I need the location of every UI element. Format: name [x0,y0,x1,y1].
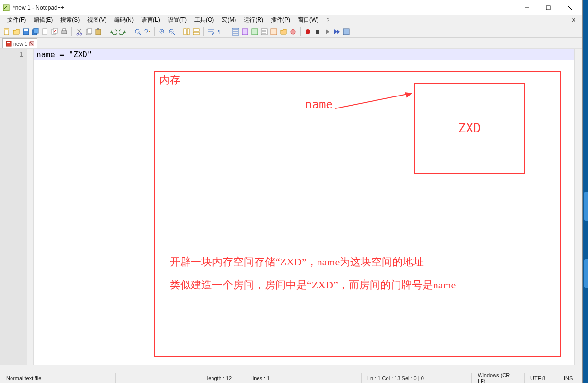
tab-new-1[interactable]: new 1 [2,38,37,48]
toolbar-separator [106,27,106,36]
code-editor[interactable]: name = "ZXD" 内存 name ZXD 开辟一块内存空间存储“ZXD”… [34,49,574,365]
new-file-icon[interactable] [2,27,11,36]
svg-line-39 [335,93,412,108]
status-mode: INS [558,373,582,383]
close-button[interactable] [559,1,580,14]
sync-v-icon[interactable] [182,27,191,36]
svg-rect-11 [62,31,67,34]
svg-rect-36 [343,29,349,35]
svg-rect-16 [88,29,92,34]
toolbar: ¶ [0,25,582,38]
svg-rect-3 [4,29,9,30]
menu-macro[interactable]: 宏(M) [218,15,240,25]
svg-point-19 [135,29,139,33]
menu-run[interactable]: 运行(R) [240,15,267,25]
menu-encoding[interactable]: 编码(N) [110,15,138,25]
unsaved-file-icon [6,41,12,47]
svg-rect-30 [252,29,258,35]
name-pointer-label: name [305,98,333,111]
zoom-out-icon[interactable] [167,27,176,36]
menu-language[interactable]: 语言(L) [138,15,164,25]
close-all-icon[interactable] [50,27,59,36]
svg-rect-12 [63,29,66,31]
line-number-gutter: 1 [0,49,27,365]
explanation-text: 开辟一块内存空间存储“ZXD”，name为这块空间的地址 类似建造一个房间，房间… [170,251,545,297]
toolbar-separator [71,27,72,36]
play-macro-icon[interactable] [323,27,331,36]
play-multi-icon[interactable] [332,27,341,36]
tab-label: new 1 [13,41,27,47]
toolbar-separator [130,27,130,36]
arrow-icon [333,89,419,118]
svg-point-34 [306,29,310,34]
menu-help[interactable]: ? [322,16,333,24]
annotation-diagram: 内存 name ZXD 开辟一块内存空间存储“ZXD”，name为这块空间的地址… [154,71,561,357]
docmap-icon[interactable] [250,27,259,36]
undo-icon[interactable] [109,27,118,36]
wordwrap-icon[interactable] [207,27,215,36]
taskbar-peek-icon [584,259,588,288]
svg-rect-24 [187,29,189,35]
save-macro-icon[interactable] [342,27,351,36]
print-icon[interactable] [60,27,69,36]
taskbar-peek-icon [584,192,588,221]
funclist-icon[interactable] [270,27,278,36]
find-icon[interactable] [133,27,142,36]
save-all-icon[interactable] [31,27,40,36]
tab-close-icon[interactable] [29,41,34,46]
notepad-window: *new 1 - Notepad++ 文件(F) 编辑(E) 搜索(S) 视图(… [0,0,583,383]
status-lines: lines : 1 [251,375,270,381]
svg-rect-23 [184,29,186,35]
explain-line1: 开辟一块内存空间存储“ZXD”，name为这块空间的地址 [170,251,545,274]
editor-area: 1 name = "ZXD" 内存 name ZXD [0,48,582,365]
menu-file[interactable]: 文件(F) [3,15,30,25]
maximize-button[interactable] [537,1,559,14]
desktop: *new 1 - Notepad++ 文件(F) 编辑(E) 搜索(S) 视图(… [0,0,588,383]
menu-view[interactable]: 视图(V) [83,15,110,25]
code-line-1: name = "ZXD" [34,49,574,60]
paste-icon[interactable] [94,27,103,36]
save-icon[interactable] [22,27,30,36]
svg-rect-32 [271,29,277,35]
all-chars-icon[interactable]: ¶ [216,27,225,36]
record-macro-icon[interactable] [304,27,312,36]
sync-h-icon[interactable] [192,27,200,36]
horizontal-scrollbar[interactable] [0,365,582,373]
vertical-scrollbar[interactable] [574,49,582,365]
menu-search[interactable]: 搜索(S) [57,15,83,25]
svg-point-14 [80,33,82,35]
svg-rect-7 [34,28,38,33]
menu-tools[interactable]: 工具(O) [190,15,218,25]
stop-macro-icon[interactable] [313,27,322,36]
memory-box-value: ZXD [459,121,481,135]
minimize-button[interactable] [516,1,537,14]
titlebar[interactable]: *new 1 - Notepad++ [0,0,582,15]
svg-rect-1 [546,6,550,10]
svg-point-13 [77,33,79,35]
indent-guide-icon[interactable] [231,27,240,36]
menu-edit[interactable]: 编辑(E) [30,15,57,25]
toolbar-separator [203,27,204,36]
monitor-icon[interactable] [289,27,297,36]
window-title: *new 1 - Notepad++ [13,4,516,11]
open-file-icon[interactable] [12,27,21,36]
desktop-right-edge [583,0,588,383]
menu-close-x[interactable]: X [568,17,579,24]
redo-icon[interactable] [118,27,127,36]
status-bar: Normal text file length : 12 lines : 1 L… [0,373,582,383]
cut-icon[interactable] [75,27,83,36]
status-encoding: UTF-8 [525,373,558,383]
doclist-icon[interactable] [260,27,269,36]
close-file-icon[interactable] [41,27,49,36]
folder-workspace-icon[interactable] [279,27,288,36]
status-length: length : 12 [207,375,232,381]
memory-label: 内存 [159,73,180,87]
copy-icon[interactable] [84,27,93,36]
zoom-in-icon[interactable] [158,27,166,36]
udlang-icon[interactable] [241,27,249,36]
svg-text:¶: ¶ [218,29,220,35]
menu-settings[interactable]: 设置(T) [164,15,190,25]
menu-plugins[interactable]: 插件(P) [267,15,294,25]
replace-icon[interactable] [143,27,152,36]
menu-window[interactable]: 窗口(W) [294,15,322,25]
